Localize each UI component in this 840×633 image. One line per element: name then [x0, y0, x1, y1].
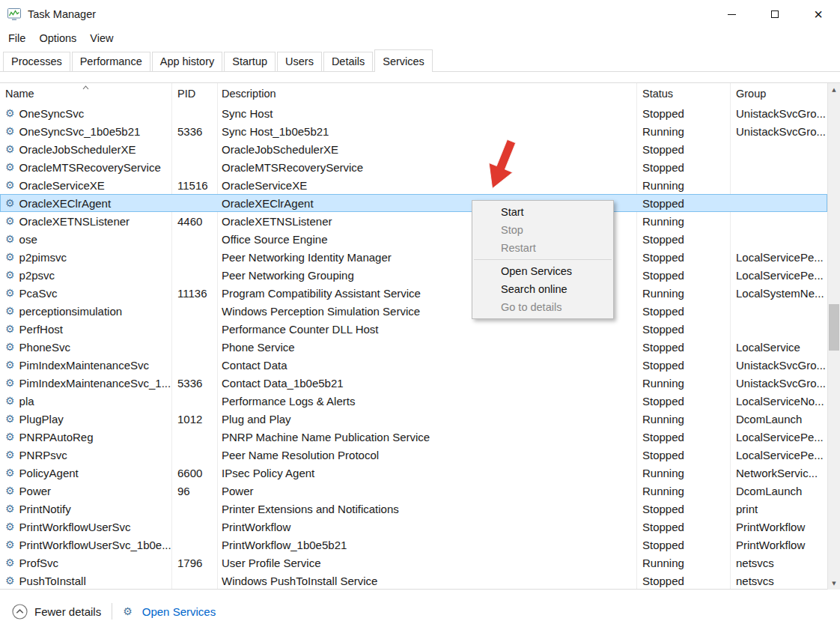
row-description-cell: Contact Data	[217, 356, 636, 374]
tab-startup[interactable]: Startup	[224, 52, 276, 71]
menu-file[interactable]: File	[1, 30, 32, 46]
row-description-cell: Phone Service	[217, 338, 636, 356]
row-group-cell: UnistackSvcGro...	[730, 374, 827, 392]
table-row[interactable]: ⚙PhoneSvcPhone ServiceStoppedLocalServic…	[0, 338, 827, 356]
table-row[interactable]: ⚙PlugPlay1012Plug and PlayRunningDcomLau…	[0, 410, 827, 428]
service-gear-icon: ⚙	[5, 575, 15, 586]
table-row[interactable]: ⚙p2psvcPeer Networking GroupingStoppedLo…	[0, 266, 827, 284]
row-status-cell: Stopped	[636, 266, 730, 284]
table-row[interactable]: ⚙PrintWorkflowUserSvcPrintWorkflowStoppe…	[0, 518, 827, 536]
scrollbar-thumb[interactable]	[829, 304, 839, 351]
menu-bar: FileOptionsView	[0, 28, 840, 48]
scroll-up-button[interactable]: ▲	[828, 83, 840, 96]
menu-view[interactable]: View	[83, 30, 120, 46]
table-row[interactable]: ⚙p2pimsvcPeer Networking Identity Manage…	[0, 248, 827, 266]
service-gear-icon: ⚙	[5, 108, 15, 118]
context-menu-item-go-to-details: Go to details	[472, 298, 613, 316]
row-group-cell: PrintWorkflow	[730, 536, 827, 554]
context-menu-item-open-services[interactable]: Open Services	[472, 262, 613, 280]
row-pid-cell: 11516	[171, 176, 217, 194]
table-row[interactable]: ⚙Power96PowerRunningDcomLaunch	[0, 482, 827, 500]
open-services-link[interactable]: ⚙ Open Services	[123, 605, 216, 618]
row-group-cell: LocalService	[730, 338, 827, 356]
table-row[interactable]: ⚙PerfHostPerformance Counter DLL HostSto…	[0, 320, 827, 338]
service-gear-icon: ⚙	[5, 252, 15, 262]
service-gear-icon: ⚙	[5, 557, 15, 568]
tab-performance[interactable]: Performance	[72, 52, 150, 71]
maximize-button[interactable]	[753, 0, 797, 28]
tab-app-history[interactable]: App history	[152, 52, 223, 71]
column-header-description[interactable]: Description	[217, 83, 636, 104]
vertical-scrollbar[interactable]: ▲ ▼	[827, 83, 840, 590]
service-name: pla	[19, 395, 34, 408]
table-row[interactable]: ⚙OracleMTSRecoveryServiceOracleMTSRecove…	[0, 158, 827, 176]
menu-options[interactable]: Options	[32, 30, 83, 46]
row-pid-cell	[171, 158, 217, 176]
table-row[interactable]: ⚙OracleJobSchedulerXEOracleJobSchedulerX…	[0, 140, 827, 158]
table-row[interactable]: ⚙PNRPAutoRegPNRP Machine Name Publicatio…	[0, 428, 827, 446]
row-name-cell: ⚙OracleXETNSListener	[0, 212, 171, 230]
row-pid-cell	[171, 446, 217, 464]
row-group-cell	[730, 140, 827, 158]
table-row[interactable]: ⚙PcaSvc11136Program Compatibility Assist…	[0, 284, 827, 302]
table-row[interactable]: ⚙OracleXETNSListener4460OracleXETNSListe…	[0, 212, 827, 230]
sort-ascending-icon	[0, 83, 171, 89]
tab-processes[interactable]: Processes	[3, 52, 70, 71]
table-row[interactable]: ⚙OneSyncSvc_1b0e5b215336Sync Host_1b0e5b…	[0, 122, 827, 140]
row-status-cell: Running	[636, 410, 730, 428]
column-header-group[interactable]: Group	[730, 83, 827, 104]
tab-services[interactable]: Services	[374, 49, 433, 72]
row-group-cell: UnistackSvcGro...	[730, 122, 827, 140]
service-gear-icon: ⚙	[5, 449, 15, 460]
table-row[interactable]: ⚙PNRPsvcPeer Name Resolution ProtocolSto…	[0, 446, 827, 464]
row-group-cell: netsvcs	[730, 572, 827, 590]
minimize-button[interactable]	[710, 0, 753, 28]
table-row[interactable]: ⚙PrintNotifyPrinter Extensions and Notif…	[0, 500, 827, 518]
close-button[interactable]: ×	[797, 0, 840, 28]
row-status-cell: Stopped	[636, 392, 730, 410]
service-gear-icon: ⚙	[5, 521, 15, 532]
row-group-cell: LocalServicePe...	[730, 446, 827, 464]
service-gear-icon: ⚙	[5, 396, 15, 406]
row-group-cell: DcomLaunch	[730, 482, 827, 500]
table-row[interactable]: ⚙plaPerformance Logs & AlertsStoppedLoca…	[0, 392, 827, 410]
row-status-cell: Stopped	[636, 104, 730, 122]
row-pid-cell: 6600	[171, 464, 217, 482]
table-body: ⚙OneSyncSvcSync HostStoppedUnistackSvcGr…	[0, 104, 827, 590]
table-row[interactable]: ⚙PolicyAgent6600IPsec Policy AgentRunnin…	[0, 464, 827, 482]
table-row[interactable]: ⚙PimIndexMaintenanceSvc_1...5336Contact …	[0, 374, 827, 392]
row-name-cell: ⚙pla	[0, 392, 171, 410]
service-name: PrintWorkflowUserSvc	[19, 521, 131, 533]
row-status-cell: Stopped	[636, 518, 730, 536]
table-row[interactable]: ⚙PimIndexMaintenanceSvcContact DataStopp…	[0, 356, 827, 374]
fewer-details-button[interactable]: Fewer details	[12, 604, 101, 620]
row-pid-cell: 5336	[171, 374, 217, 392]
tab-details[interactable]: Details	[323, 52, 373, 71]
table-row[interactable]: ⚙OneSyncSvcSync HostStoppedUnistackSvcGr…	[0, 104, 827, 122]
tab-users[interactable]: Users	[277, 52, 322, 71]
row-name-cell: ⚙Power	[0, 482, 171, 500]
table-row[interactable]: ⚙oseOffice Source EngineStopped	[0, 230, 827, 248]
table-row[interactable]: ⚙PrintWorkflowUserSvc_1b0e...PrintWorkfl…	[0, 536, 827, 554]
row-name-cell: ⚙PNRPsvc	[0, 446, 171, 464]
context-menu-item-search-online[interactable]: Search online	[472, 280, 613, 298]
service-name: PhoneSvc	[19, 341, 70, 354]
table-row[interactable]: ⚙OracleXEClrAgentOracleXEClrAgentStopped	[0, 194, 827, 212]
service-gear-icon: ⚙	[5, 503, 15, 514]
row-group-cell: DcomLaunch	[730, 410, 827, 428]
column-header-pid[interactable]: PID	[171, 83, 217, 104]
table-row[interactable]: ⚙ProfSvc1796User Profile ServiceRunningn…	[0, 554, 827, 572]
service-name: PrintNotify	[19, 503, 71, 515]
service-gear-icon: ⚙	[5, 378, 15, 388]
row-name-cell: ⚙OracleXEClrAgent	[0, 194, 171, 212]
service-name: Power	[19, 485, 52, 497]
table-row[interactable]: ⚙OracleServiceXE11516OracleServiceXERunn…	[0, 176, 827, 194]
service-name: ose	[19, 233, 37, 246]
row-status-cell: Stopped	[636, 140, 730, 158]
table-row[interactable]: ⚙PushToInstallWindows PushToInstall Serv…	[0, 572, 827, 590]
context-menu-item-start[interactable]: Start	[472, 203, 613, 221]
fewer-details-label: Fewer details	[34, 605, 101, 618]
table-row[interactable]: ⚙perceptionsimulationWindows Perception …	[0, 302, 827, 320]
column-header-status[interactable]: Status	[636, 83, 730, 104]
scroll-down-button[interactable]: ▼	[828, 577, 840, 590]
